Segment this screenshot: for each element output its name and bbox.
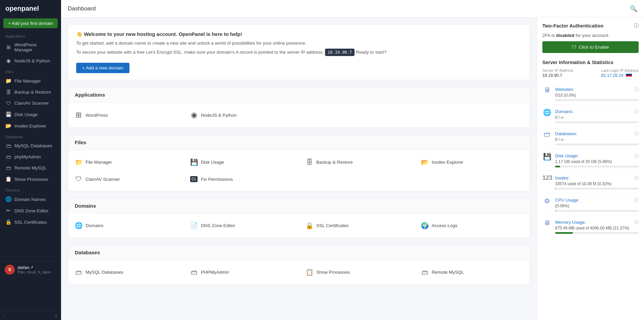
- stat-bar-fill-disk-usage: [555, 166, 560, 167]
- stat-info-icon-disk-usage[interactable]: ⓘ: [634, 153, 639, 159]
- sidebar-item-file-manager[interactable]: 📁 File Manager: [0, 75, 61, 87]
- sidebar-item-inodes-explorer[interactable]: 📂 Inodes Explorer: [0, 120, 61, 131]
- sidebar-item-dns-zone-editor[interactable]: ✏ DNS Zone Editor: [0, 205, 61, 216]
- ssl-icon: 🔒: [5, 219, 11, 225]
- stat-info-icon-memory[interactable]: ⓘ: [634, 219, 639, 225]
- file-file-manager[interactable]: 📁 File Manager: [68, 154, 183, 171]
- databases-section: Databases 🗃 MySQL Databases 🗃 PHPMyAdmin…: [68, 245, 530, 284]
- sidebar-item-remote-mysql[interactable]: 🗃 Remote MySQL: [0, 162, 61, 173]
- add-new-domain-button[interactable]: + Add a new domain: [76, 63, 129, 73]
- stat-icon-disk-usage: 💾: [542, 153, 552, 161]
- sidebar-item-backup-restore[interactable]: 🗄 Backup & Restore: [0, 87, 61, 98]
- stat-info-icon-websites[interactable]: ⓘ: [634, 87, 639, 93]
- mysql-icon: 🗃: [5, 143, 11, 149]
- stat-bar-bg-inodes: [555, 188, 639, 190]
- sidebar-item-ssl-certificates[interactable]: 🔒 SSL Certificates: [0, 216, 61, 228]
- domains-section-header: Domains: [68, 198, 530, 214]
- sidebar-item-clamav[interactable]: 🛡 ClamAV Scanner: [0, 98, 61, 109]
- domain-ssl[interactable]: 🔒 SSL Certificates: [299, 217, 414, 234]
- stat-name-databases[interactable]: Databases:: [555, 131, 577, 136]
- sidebar-section-databases: Databases: [0, 131, 61, 140]
- server-ip-group: Server IP Address 18.19.90.7: [542, 68, 573, 78]
- sidebar-username[interactable]: stefan ↗: [17, 265, 51, 270]
- db-phpmyadmin[interactable]: 🗃 PHPMyAdmin: [183, 264, 299, 281]
- domains-grid: 🌐 Domains 📄 DNS Zone Editor 🔒 SSL Certif…: [68, 214, 530, 237]
- stat-value-cpu: (0.06%): [555, 204, 639, 208]
- stat-bar-bg-cpu: [555, 210, 639, 212]
- add-first-domain-button[interactable]: + Add your first domain: [3, 18, 58, 28]
- applications-section: Applications ⊞ WordPress ◉ NodeJS & Pyth…: [68, 87, 530, 128]
- stat-value-websites: 0/10 (0.0%): [555, 93, 639, 98]
- stat-row-disk-usage: 💾 Disk Usage: ⓘ 1.17 GB used of 20 GB (5…: [542, 149, 639, 171]
- click-to-enable-button[interactable]: 🛡 Click to Enable: [542, 41, 639, 53]
- backup-restore-icon: 🗄: [306, 159, 313, 166]
- server-ip-badge: 18.19.90.7: [325, 49, 355, 56]
- globe-icon: 🌐: [5, 196, 11, 202]
- stat-row-websites: 🖥 Websites: ⓘ 0/10 (0.0%): [542, 83, 639, 105]
- flag-icon: [626, 74, 632, 78]
- applications-section-header: Applications: [68, 87, 530, 103]
- domain-access-logs[interactable]: 🌍 Access Logs: [414, 217, 530, 234]
- domain-domains[interactable]: 🌐 Domains: [68, 217, 183, 234]
- stat-icon-domains: 🌐: [542, 108, 552, 116]
- stat-icon-cpu: ⚙: [542, 197, 552, 205]
- search-icon[interactable]: 🔍: [630, 5, 637, 12]
- stat-info-icon-cpu[interactable]: ⓘ: [634, 197, 639, 203]
- file-inodes-explorer[interactable]: 📂 Inodes Explorer: [414, 154, 530, 171]
- main-content: Dashboard 🔍 👋 Welcome to your new hostin…: [61, 0, 644, 320]
- stat-name-cpu[interactable]: CPU Usage:: [555, 198, 579, 203]
- file-clamav[interactable]: 🛡 ClamAV Scanner: [68, 171, 183, 188]
- databases-grid: 🗃 MySQL Databases 🗃 PHPMyAdmin 📋 Show Pr…: [68, 260, 530, 284]
- stat-name-websites[interactable]: Websites:: [555, 87, 574, 92]
- stat-name-inodes[interactable]: Inodes:: [555, 175, 570, 180]
- wordpress-icon: ⊞: [5, 44, 11, 50]
- stat-info-icon-databases[interactable]: ⓘ: [634, 131, 639, 137]
- stat-content-domains: Domains: ⓘ 0 / ∞: [555, 108, 639, 123]
- stat-name-domains[interactable]: Domains:: [555, 109, 574, 114]
- remote-mysql-icon: 🗃: [5, 165, 11, 171]
- db-mysql[interactable]: 🗃 MySQL Databases: [68, 264, 183, 281]
- avatar: S: [5, 265, 15, 275]
- welcome-text2: To secure your website with a free Let's…: [76, 49, 522, 56]
- app-nodejs-python[interactable]: ◉ NodeJS & Python: [183, 106, 299, 124]
- access-logs-icon: 🌍: [421, 222, 428, 229]
- stat-name-disk-usage[interactable]: Disk Usage:: [555, 153, 579, 158]
- domain-dns-editor[interactable]: 📄 DNS Zone Editor: [183, 217, 299, 234]
- inodes-icon: 📂: [5, 123, 11, 129]
- tfa-info-icon[interactable]: ⓘ: [634, 23, 639, 29]
- sidebar-section-domains: Domains: [0, 185, 61, 194]
- last-login-value: 82.17.26.24: [601, 73, 639, 78]
- sidebar-collapse[interactable]: ‹ ℹ: [0, 311, 61, 320]
- server-ip-row: Server IP Address 18.19.90.7 Last Login …: [542, 68, 639, 78]
- file-disk-usage[interactable]: 💾 Disk Usage: [183, 154, 299, 171]
- shield-icon: 🛡: [5, 100, 11, 106]
- stat-name-memory[interactable]: Memory Usage:: [555, 220, 586, 225]
- stat-row-domains: 🌐 Domains: ⓘ 0 / ∞: [542, 105, 639, 127]
- db-show-processes[interactable]: 📋 Show Processes: [299, 264, 414, 281]
- dns-icon: ✏: [5, 208, 11, 214]
- remote-mysql-db-icon: 🗃: [421, 269, 428, 276]
- sidebar-item-domain-names[interactable]: 🌐 Domain Names: [0, 194, 61, 205]
- sidebar-item-mysql[interactable]: 🗃 MySQL Databases: [0, 140, 61, 151]
- sidebar-item-phpmyadmin[interactable]: 🗃 phpMyAdmin: [0, 151, 61, 162]
- folder-icon: 📁: [5, 78, 11, 84]
- stat-content-memory: Memory Usage: ⓘ 875.49 MB used of 4096.0…: [555, 219, 639, 234]
- stat-info-icon-domains[interactable]: ⓘ: [634, 109, 639, 115]
- sidebar-item-wordpress-manager[interactable]: ⊞ WordPress Manager: [0, 40, 61, 55]
- sidebar-item-nodejs-python[interactable]: ◉ NodeJS & Python: [0, 55, 61, 66]
- disk-usage-icon: 💾: [190, 158, 198, 166]
- app-wordpress[interactable]: ⊞ WordPress: [68, 106, 183, 124]
- sidebar-item-show-processes[interactable]: 📋 Show Processes: [0, 173, 61, 185]
- stat-icon-memory: 🖥: [542, 219, 552, 227]
- welcome-banner: 👋 Welcome to your new hosting account. O…: [68, 24, 530, 80]
- file-backup-restore[interactable]: 🗄 Backup & Restore: [299, 154, 414, 171]
- databases-section-header: Databases: [68, 245, 530, 260]
- db-remote-mysql[interactable]: 🗃 Remote MySQL: [414, 264, 530, 281]
- sidebar-item-disk-usage[interactable]: 💾 Disk Usage: [0, 109, 61, 120]
- stat-content-databases: Databases: ⓘ 0 / ∞: [555, 130, 639, 145]
- stat-icon-databases: 🗃: [542, 130, 552, 138]
- file-fix-permissions[interactable]: 01 Fix Permissions: [183, 171, 299, 188]
- nodejs-icon: ◉: [5, 58, 11, 64]
- stat-info-icon-inodes[interactable]: ⓘ: [634, 175, 639, 181]
- show-processes-icon: 📋: [306, 268, 313, 276]
